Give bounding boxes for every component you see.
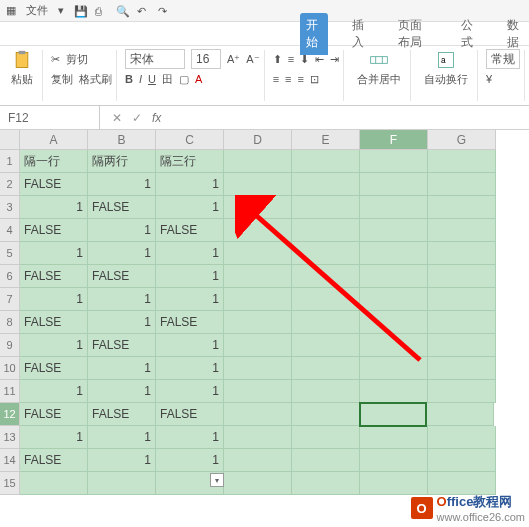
chevron-down-icon[interactable]: ▾ [58,4,64,17]
row-header[interactable]: 1 [0,150,20,173]
cell[interactable] [292,357,360,380]
col-header-A[interactable]: A [20,130,88,150]
col-header-E[interactable]: E [292,130,360,150]
cell[interactable]: 1 [88,311,156,334]
cell[interactable]: FALSE [88,334,156,357]
cell[interactable] [292,334,360,357]
col-header-B[interactable]: B [88,130,156,150]
cell[interactable]: 1 [156,334,224,357]
cell[interactable] [360,357,428,380]
cell[interactable] [224,449,292,472]
font-size-select[interactable]: 16 [191,49,221,69]
cell[interactable] [224,426,292,449]
tab-layout[interactable]: 页面布局 [392,13,436,55]
cell[interactable]: 1 [20,334,88,357]
increase-font-icon[interactable]: A⁺ [227,53,240,66]
cell[interactable] [426,403,494,426]
confirm-formula-icon[interactable]: ✓ [132,111,142,125]
cell[interactable]: 1 [88,449,156,472]
cell[interactable]: FALSE [156,311,224,334]
redo-icon[interactable]: ↷ [158,5,170,17]
cell[interactable] [360,334,428,357]
cell[interactable]: 隔两行 [88,150,156,173]
cell[interactable] [292,380,360,403]
cell[interactable]: 1 [88,219,156,242]
border-button[interactable]: 田 [162,72,173,87]
cell[interactable]: FALSE [20,357,88,380]
row-header[interactable]: 7 [0,288,20,311]
tab-formula[interactable]: 公式 [455,13,483,55]
cell[interactable] [224,357,292,380]
cell[interactable] [224,242,292,265]
cell[interactable]: 1 [88,242,156,265]
merge-center-button[interactable]: 合并居中 [352,50,406,87]
align-right-icon[interactable]: ≡ [298,73,304,85]
row-header[interactable]: 13 [0,426,20,449]
cell[interactable]: 1 [88,288,156,311]
col-header-G[interactable]: G [428,130,496,150]
cell[interactable] [292,242,360,265]
cell[interactable]: 1 [20,380,88,403]
wrap-text-button[interactable]: a 自动换行 [419,50,473,87]
col-header-C[interactable]: C [156,130,224,150]
cell[interactable]: 1 [156,242,224,265]
italic-button[interactable]: I [139,73,142,85]
cell[interactable] [292,426,360,449]
cell[interactable] [428,265,496,288]
align-left-icon[interactable]: ≡ [273,73,279,85]
cell[interactable] [428,173,496,196]
cell[interactable]: 1 [88,357,156,380]
cell[interactable] [428,150,496,173]
cell[interactable]: 1 [88,426,156,449]
align-top-icon[interactable]: ⬆ [273,53,282,66]
cell[interactable] [292,449,360,472]
cell[interactable]: FALSE [20,403,88,426]
cell[interactable] [292,472,360,495]
cell[interactable]: 1 [156,357,224,380]
cell[interactable]: 1 [156,265,224,288]
cell[interactable] [360,426,428,449]
cell[interactable] [224,334,292,357]
cell[interactable]: 1 [88,380,156,403]
row-header[interactable]: 3 [0,196,20,219]
cell[interactable]: FALSE [20,173,88,196]
row-header[interactable]: 11 [0,380,20,403]
cell[interactable] [224,150,292,173]
cell[interactable] [428,449,496,472]
cell[interactable]: FALSE [20,311,88,334]
cell[interactable] [292,265,360,288]
select-all-corner[interactable] [0,130,20,150]
cell[interactable] [224,196,292,219]
cell[interactable] [359,402,427,427]
align-middle-icon[interactable]: ≡ [288,53,294,65]
indent-left-icon[interactable]: ⇤ [315,53,324,66]
cell[interactable] [224,219,292,242]
fx-icon[interactable]: fx [152,111,161,125]
font-color-button[interactable]: A [195,73,202,85]
cell[interactable]: FALSE [156,403,224,426]
copy-button[interactable]: 复制 [51,72,73,87]
cell[interactable] [88,472,156,495]
cell[interactable] [360,449,428,472]
cell[interactable]: 1 [20,196,88,219]
row-header[interactable]: 9 [0,334,20,357]
row-header[interactable]: 4 [0,219,20,242]
menu-icon[interactable]: ▦ [6,4,16,17]
cell[interactable] [292,196,360,219]
cell[interactable] [224,380,292,403]
cell[interactable] [428,334,496,357]
cell[interactable] [224,311,292,334]
row-header[interactable]: 6 [0,265,20,288]
cell[interactable] [224,173,292,196]
row-header[interactable]: 15 [0,472,20,495]
row-header[interactable]: 8 [0,311,20,334]
cell[interactable] [292,288,360,311]
cell[interactable] [428,311,496,334]
indent-right-icon[interactable]: ⇥ [330,53,339,66]
cell[interactable] [428,380,496,403]
paste-button[interactable]: 粘贴 [6,50,38,87]
filter-button[interactable]: ▾ [210,473,224,487]
cell[interactable]: 1 [156,196,224,219]
cell[interactable] [360,380,428,403]
cell[interactable]: FALSE [20,265,88,288]
